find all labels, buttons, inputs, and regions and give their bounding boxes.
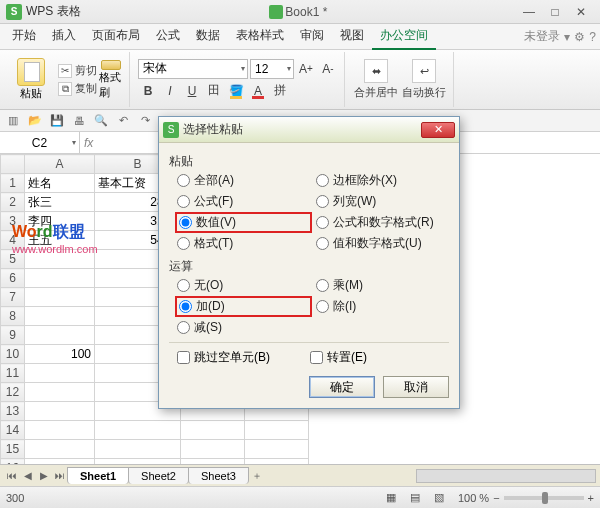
window-minimize[interactable]: — — [516, 3, 542, 21]
menu-公式[interactable]: 公式 — [148, 23, 188, 50]
dialog-close-button[interactable]: ✕ — [421, 122, 455, 138]
row-header-5[interactable]: 5 — [1, 250, 25, 269]
zoom-in-button[interactable]: + — [588, 492, 594, 504]
font-name-combo[interactable]: 宋体▾ — [138, 59, 248, 79]
border-button[interactable]: 田 — [204, 81, 224, 101]
cell-A7[interactable] — [25, 288, 95, 307]
zoom-out-button[interactable]: − — [493, 492, 499, 504]
cell-A12[interactable] — [25, 383, 95, 402]
row-header-8[interactable]: 8 — [1, 307, 25, 326]
paste-button[interactable]: 粘贴 — [10, 58, 52, 101]
menu-审阅[interactable]: 审阅 — [292, 23, 332, 50]
cell-A5[interactable] — [25, 250, 95, 269]
view-custom-icon[interactable]: ▧ — [434, 491, 444, 504]
bold-button[interactable]: B — [138, 81, 158, 101]
tab-nav-prev[interactable]: ◀ — [20, 470, 36, 481]
row-header-6[interactable]: 6 — [1, 269, 25, 288]
cell-A4[interactable]: 王五 — [25, 231, 95, 250]
radio-paste-val_num[interactable]: 值和数字格式(U) — [316, 235, 449, 252]
menu-办公空间[interactable]: 办公空间 — [372, 23, 436, 50]
cell-A10[interactable]: 100 — [25, 345, 95, 364]
merge-center-button[interactable]: ⬌合并居中 — [353, 59, 399, 100]
phonetic-button[interactable]: 拼 — [270, 81, 290, 101]
cell-A8[interactable] — [25, 307, 95, 326]
radio-paste-formula[interactable]: 公式(F) — [177, 193, 310, 210]
cell-B16[interactable] — [95, 459, 181, 465]
login-status[interactable]: 未登录 — [524, 28, 560, 45]
dropdown-icon[interactable]: ▾ — [564, 30, 570, 44]
cell-H14[interactable] — [245, 421, 309, 440]
radio-paste-border_except[interactable]: 边框除外(X) — [316, 172, 449, 189]
radio-paste-fmt_num[interactable]: 公式和数字格式(R) — [316, 214, 449, 231]
row-header-7[interactable]: 7 — [1, 288, 25, 307]
cancel-button[interactable]: 取消 — [383, 376, 449, 398]
tab-add[interactable]: ＋ — [249, 469, 265, 483]
radio-paste-all[interactable]: 全部(A) — [177, 172, 310, 189]
row-header-4[interactable]: 4 — [1, 231, 25, 250]
tab-nav-next[interactable]: ▶ — [36, 470, 52, 481]
cell-A11[interactable] — [25, 364, 95, 383]
copy-button[interactable]: ⧉复制 — [58, 81, 97, 96]
cell-G15[interactable] — [181, 440, 245, 459]
horizontal-scrollbar[interactable] — [416, 469, 596, 483]
row-header-14[interactable]: 14 — [1, 421, 25, 440]
radio-paste-format[interactable]: 格式(T) — [177, 235, 310, 252]
sheet-tab-Sheet1[interactable]: Sheet1 — [67, 467, 129, 484]
menu-页面布局[interactable]: 页面布局 — [84, 23, 148, 50]
row-header-9[interactable]: 9 — [1, 326, 25, 345]
row-header-16[interactable]: 16 — [1, 459, 25, 465]
font-color-button[interactable]: A — [248, 81, 268, 101]
open-icon[interactable]: 📂 — [26, 112, 44, 130]
view-normal-icon[interactable]: ▦ — [386, 491, 396, 504]
radio-op-sub[interactable]: 减(S) — [177, 319, 310, 336]
row-header-2[interactable]: 2 — [1, 193, 25, 212]
decrease-font-button[interactable]: A- — [318, 59, 338, 79]
dialog-titlebar[interactable]: S 选择性粘贴 ✕ — [159, 117, 459, 143]
row-header-1[interactable]: 1 — [1, 174, 25, 193]
row-header-11[interactable]: 11 — [1, 364, 25, 383]
print-preview-icon[interactable]: 🔍 — [92, 112, 110, 130]
cell-B14[interactable] — [95, 421, 181, 440]
row-header-15[interactable]: 15 — [1, 440, 25, 459]
italic-button[interactable]: I — [160, 81, 180, 101]
print-icon[interactable]: 🖶 — [70, 112, 88, 130]
cell-A15[interactable] — [25, 440, 95, 459]
menu-表格样式[interactable]: 表格样式 — [228, 23, 292, 50]
menu-数据[interactable]: 数据 — [188, 23, 228, 50]
cell-G14[interactable] — [181, 421, 245, 440]
new-icon[interactable]: ▥ — [4, 112, 22, 130]
row-header-13[interactable]: 13 — [1, 402, 25, 421]
radio-op-none[interactable]: 无(O) — [177, 277, 310, 294]
cell-A6[interactable] — [25, 269, 95, 288]
row-header-10[interactable]: 10 — [1, 345, 25, 364]
zoom-slider[interactable] — [504, 496, 584, 500]
transpose-checkbox[interactable]: 转置(E) — [310, 349, 367, 366]
row-header-12[interactable]: 12 — [1, 383, 25, 402]
view-page-icon[interactable]: ▤ — [410, 491, 420, 504]
radio-op-add[interactable]: 加(D) — [177, 298, 310, 315]
underline-button[interactable]: U — [182, 81, 202, 101]
name-box[interactable]: C2▾ — [0, 132, 80, 153]
fill-color-button[interactable]: 🪣 — [226, 81, 246, 101]
undo-icon[interactable]: ↶ — [114, 112, 132, 130]
redo-icon[interactable]: ↷ — [136, 112, 154, 130]
format-painter-button[interactable]: 格式刷 — [99, 60, 123, 100]
help-icon[interactable]: ? — [589, 30, 596, 44]
cell-A9[interactable] — [25, 326, 95, 345]
cell-A1[interactable]: 姓名 — [25, 174, 95, 193]
font-size-combo[interactable]: 12▾ — [250, 59, 294, 79]
cell-A14[interactable] — [25, 421, 95, 440]
radio-paste-value[interactable]: 数值(V) — [177, 214, 310, 231]
cell-H16[interactable] — [245, 459, 309, 465]
gear-icon[interactable]: ⚙ — [574, 30, 585, 44]
window-maximize[interactable]: □ — [542, 3, 568, 21]
menu-开始[interactable]: 开始 — [4, 23, 44, 50]
radio-op-mul[interactable]: 乘(M) — [316, 277, 449, 294]
row-header-3[interactable]: 3 — [1, 212, 25, 231]
radio-paste-colwidth[interactable]: 列宽(W) — [316, 193, 449, 210]
sheet-tab-Sheet2[interactable]: Sheet2 — [128, 467, 189, 484]
tab-nav-last[interactable]: ⏭ — [52, 470, 68, 481]
cell-A2[interactable]: 张三 — [25, 193, 95, 212]
cell-B15[interactable] — [95, 440, 181, 459]
cell-A16[interactable] — [25, 459, 95, 465]
